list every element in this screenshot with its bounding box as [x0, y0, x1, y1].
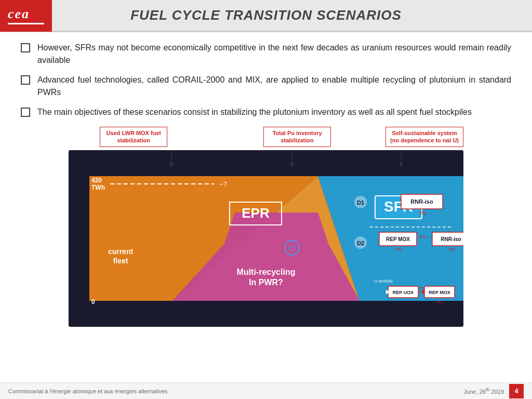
current-fleet-label: current [108, 247, 134, 256]
d2-label: D2 [357, 240, 364, 246]
checkbox-icon-2 [21, 75, 30, 85]
c-prime-label: C' [289, 245, 295, 252]
bullet-text-1: However, SFRs may not become economicall… [37, 42, 511, 66]
multi-recycling-label2: In PWR? [249, 278, 283, 287]
diagram-wrapper: Used LWR MOX fuel stabilization Total Pu… [69, 127, 463, 327]
pu-up-2: ↑Pu [394, 247, 402, 252]
bullet-item-3: The main objectives of these scenarios c… [21, 106, 511, 118]
cea-logo-container: cea [0, 0, 52, 32]
footer-date-text: June, 26 [464, 389, 486, 395]
d1-label: D1 [357, 200, 364, 206]
y-axis-420: 420 [91, 177, 102, 184]
epr-label: EPR [242, 205, 270, 221]
checkbox-icon-3 [21, 108, 30, 117]
pu-up-1: ↑Pu [417, 210, 426, 216]
main-content: However, SFRs may not become economicall… [0, 32, 532, 385]
bullet-list: However, SFRs may not become economicall… [21, 42, 511, 118]
rep-mox-label2: REP MOX [429, 290, 450, 295]
footer-date-year: 2019 [489, 389, 504, 395]
footer-page-number: 4 [509, 384, 524, 398]
svg-text:~?: ~? [219, 180, 227, 188]
label-total-pu: Total Pu inventory stabilization [263, 127, 331, 147]
rep-mox-label: REP MOX [386, 236, 410, 242]
rnr-iso-label2: RNR-iso [441, 236, 461, 242]
y-axis-twh: TWh [91, 184, 105, 191]
diagram-svg: 420 TWh 0 ~? EPR SFR current fleet [69, 150, 463, 327]
rep-uox-label: REP UOX [393, 290, 414, 295]
slide-footer: Commissariat à l'énergie atomique et aux… [0, 382, 532, 399]
footer-date: June, 26th 2019 [464, 387, 504, 395]
slide-header: cea FUEL CYCLE TRANSITION SCENARIOS [0, 0, 532, 32]
footer-right: June, 26th 2019 4 [464, 384, 524, 398]
bullet-item-1: However, SFRs may not become economicall… [21, 42, 511, 66]
current-fleet-label2: fleet [113, 257, 128, 265]
svg-marker-5 [224, 212, 328, 244]
y-axis-0: 0 [91, 298, 95, 305]
pu-label-arrow1: Pu→ [420, 234, 430, 240]
cea-logo-underline [8, 23, 44, 24]
multi-recycling-label: Multi-recycling [237, 268, 296, 276]
checkbox-icon-1 [21, 43, 30, 52]
rnr-iso-label1: RNR-iso [410, 198, 433, 205]
pu-up-bottom: ↑Pu [436, 300, 443, 304]
slide-title: FUEL CYCLE TRANSITION SCENARIOS [52, 7, 532, 23]
bullet-item-2: Advanced fuel technologies, called CORAI… [21, 74, 511, 99]
cea-logo-text: cea [8, 6, 44, 22]
diagram-container: Used LWR MOX fuel stabilization Total Pu… [21, 127, 511, 327]
pu-up-3: ↑Pu [447, 247, 455, 252]
label-used-lwr: Used LWR MOX fuel stabilization [100, 127, 167, 147]
u-enrichi-label: U enrichi [374, 278, 393, 284]
bullet-text-2: Advanced fuel technologies, called CORAI… [37, 74, 511, 99]
footer-organization: Commissariat à l'énergie atomique et aux… [8, 388, 168, 394]
label-self-sustainable: Self-sustainable system (no dependence t… [385, 127, 463, 147]
bullet-text-3: The main objectives of these scenarios c… [37, 106, 472, 118]
main-diagram: 420 TWh 0 ~? EPR SFR current fleet [69, 150, 463, 327]
